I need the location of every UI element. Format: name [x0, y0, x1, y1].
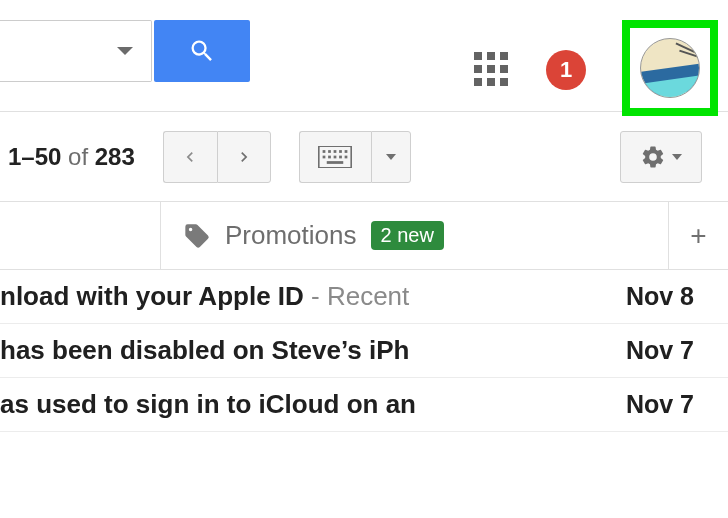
settings-button[interactable] — [620, 131, 702, 183]
message-row[interactable]: as used to sign in to iCloud on an Nov 7 — [0, 378, 728, 432]
chevron-left-icon — [180, 147, 200, 167]
subject-suffix: - Recent — [304, 281, 410, 311]
tab-promotions[interactable]: Promotions 2 new — [160, 202, 668, 270]
caret-down-icon — [117, 47, 133, 55]
svg-rect-1 — [323, 150, 326, 153]
newer-button[interactable] — [163, 131, 217, 183]
category-tabs: Promotions 2 new + — [0, 202, 728, 270]
message-date: Nov 7 — [626, 390, 694, 419]
top-bar: 1 — [0, 0, 728, 112]
avatar-highlight-box — [622, 20, 718, 116]
keyboard-icon — [318, 146, 352, 168]
svg-rect-8 — [334, 155, 337, 158]
chevron-right-icon — [234, 147, 254, 167]
pagination-buttons — [163, 131, 271, 183]
message-subject: as used to sign in to iCloud on an — [0, 389, 602, 420]
svg-rect-10 — [345, 155, 348, 158]
promotions-new-badge: 2 new — [371, 221, 444, 250]
svg-rect-7 — [328, 155, 331, 158]
message-row[interactable]: nload with your Apple ID - Recent Nov 8 — [0, 270, 728, 324]
notifications-badge[interactable]: 1 — [546, 50, 586, 90]
page-range: 1–50 — [8, 143, 61, 170]
page-total: 283 — [95, 143, 135, 170]
svg-rect-2 — [328, 150, 331, 153]
subject-text: nload with your Apple ID — [0, 281, 304, 311]
search-button[interactable] — [154, 20, 250, 82]
svg-rect-5 — [345, 150, 348, 153]
apps-launcher-icon[interactable] — [474, 52, 510, 88]
caret-down-icon — [386, 154, 396, 160]
toolbar: 1–50 of 283 — [0, 112, 728, 202]
subject-text: as used to sign in to iCloud on an — [0, 389, 416, 419]
message-date: Nov 7 — [626, 336, 694, 365]
svg-rect-4 — [339, 150, 342, 153]
tag-icon — [183, 222, 211, 250]
search-options-dropdown[interactable] — [0, 20, 152, 82]
search-icon — [188, 37, 216, 65]
subject-text: has been disabled on Steve’s iPh — [0, 335, 409, 365]
message-subject: has been disabled on Steve’s iPh — [0, 335, 602, 366]
svg-rect-9 — [339, 155, 342, 158]
topbar-right: 1 — [474, 24, 718, 116]
message-subject: nload with your Apple ID - Recent — [0, 281, 602, 312]
svg-rect-11 — [327, 161, 344, 164]
gear-icon — [640, 144, 666, 170]
search-area — [0, 20, 250, 82]
message-list: nload with your Apple ID - Recent Nov 8 … — [0, 270, 728, 432]
message-date: Nov 8 — [626, 282, 694, 311]
input-tools-dropdown[interactable] — [371, 131, 411, 183]
svg-rect-6 — [323, 155, 326, 158]
input-tools-main[interactable] — [299, 131, 371, 183]
input-tools-button — [299, 131, 411, 183]
tab-promotions-label: Promotions — [225, 220, 357, 251]
caret-down-icon — [672, 154, 682, 160]
plus-icon: + — [690, 220, 706, 252]
notification-count: 1 — [560, 57, 572, 83]
message-row[interactable]: has been disabled on Steve’s iPh Nov 7 — [0, 324, 728, 378]
pagination-text: 1–50 of 283 — [8, 143, 135, 171]
svg-rect-3 — [334, 150, 337, 153]
add-tab-button[interactable]: + — [668, 202, 728, 270]
older-button[interactable] — [217, 131, 271, 183]
page-of-word: of — [68, 143, 88, 170]
account-avatar[interactable] — [640, 38, 700, 98]
